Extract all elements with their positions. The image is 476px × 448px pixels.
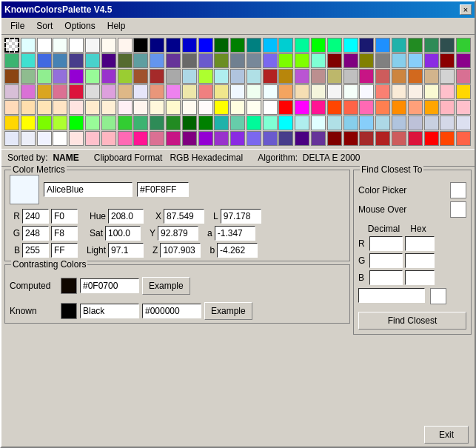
color-cell[interactable] <box>133 38 148 53</box>
color-cell[interactable] <box>295 116 309 130</box>
color-cell[interactable] <box>359 38 374 53</box>
color-cell[interactable] <box>182 53 197 68</box>
color-cell[interactable] <box>408 38 423 53</box>
color-cell[interactable] <box>263 84 278 99</box>
color-cell[interactable] <box>343 84 358 99</box>
color-cell[interactable] <box>263 116 278 130</box>
color-cell[interactable] <box>133 53 148 68</box>
color-cell[interactable] <box>37 53 52 68</box>
color-cell[interactable] <box>263 131 278 146</box>
color-cell[interactable] <box>69 69 84 84</box>
color-cell[interactable] <box>101 38 116 53</box>
color-cell[interactable] <box>343 116 358 130</box>
r-dec-input[interactable] <box>22 209 49 224</box>
color-cell[interactable] <box>53 38 67 53</box>
b-val-input[interactable] <box>217 243 258 258</box>
color-cell[interactable] <box>182 100 197 115</box>
color-cell[interactable] <box>278 84 293 99</box>
light-input[interactable] <box>108 243 144 258</box>
color-cell[interactable] <box>21 84 36 99</box>
color-cell[interactable] <box>247 84 261 99</box>
color-cell[interactable] <box>295 38 309 53</box>
color-cell[interactable] <box>230 53 245 68</box>
color-cell[interactable] <box>4 84 19 99</box>
color-cell[interactable] <box>150 131 164 146</box>
color-cell[interactable] <box>424 38 439 53</box>
color-cell[interactable] <box>182 84 197 99</box>
color-cell[interactable] <box>408 69 423 84</box>
color-cell[interactable] <box>69 100 84 115</box>
color-cell[interactable] <box>118 116 133 130</box>
color-cell[interactable] <box>150 38 164 53</box>
color-cell[interactable] <box>69 38 84 53</box>
color-cell[interactable] <box>198 100 213 115</box>
color-cell[interactable] <box>230 69 245 84</box>
color-cell[interactable] <box>278 38 293 53</box>
color-cell[interactable] <box>166 38 181 53</box>
color-cell[interactable] <box>198 131 213 146</box>
color-cell[interactable] <box>150 84 164 99</box>
color-cell[interactable] <box>247 100 261 115</box>
color-cell[interactable] <box>230 38 245 53</box>
color-cell[interactable] <box>21 131 36 146</box>
color-cell[interactable] <box>424 84 439 99</box>
fc-r-dec-input[interactable] <box>369 236 403 251</box>
color-cell[interactable] <box>230 131 245 146</box>
color-cell[interactable] <box>4 100 19 115</box>
color-cell[interactable] <box>375 84 390 99</box>
color-cell[interactable] <box>456 84 471 99</box>
color-cell[interactable] <box>21 116 36 130</box>
color-cell[interactable] <box>150 116 164 130</box>
fc-r-hex-input[interactable] <box>405 236 435 251</box>
r-hex-input[interactable] <box>51 209 78 224</box>
color-cell[interactable] <box>278 100 293 115</box>
color-cell[interactable] <box>182 116 197 130</box>
computed-hex-input[interactable] <box>80 278 139 293</box>
color-cell[interactable] <box>392 53 406 68</box>
color-cell[interactable] <box>133 69 148 84</box>
color-cell[interactable] <box>295 69 309 84</box>
color-cell[interactable] <box>214 84 229 99</box>
color-cell[interactable] <box>230 100 245 115</box>
color-cell[interactable] <box>101 116 116 130</box>
color-cell[interactable] <box>408 84 423 99</box>
color-cell[interactable] <box>327 38 342 53</box>
color-cell[interactable] <box>53 116 67 130</box>
color-cell[interactable] <box>166 116 181 130</box>
color-cell[interactable] <box>230 116 245 130</box>
color-cell[interactable] <box>118 100 133 115</box>
color-cell[interactable] <box>118 38 133 53</box>
color-cell[interactable] <box>85 116 100 130</box>
color-cell[interactable] <box>166 100 181 115</box>
color-cell[interactable] <box>37 38 52 53</box>
color-cell[interactable] <box>263 53 278 68</box>
computed-example-btn[interactable]: Example <box>142 277 190 295</box>
known-example-btn[interactable]: Example <box>204 302 252 320</box>
color-cell[interactable] <box>247 38 261 53</box>
color-cell[interactable] <box>327 53 342 68</box>
color-cell[interactable] <box>408 100 423 115</box>
color-cell[interactable] <box>21 53 36 68</box>
color-cell[interactable] <box>392 38 406 53</box>
color-cell[interactable] <box>440 69 455 84</box>
color-cell[interactable] <box>53 131 67 146</box>
color-cell[interactable] <box>4 53 19 68</box>
b-hex-input[interactable] <box>51 243 78 258</box>
g-hex-input[interactable] <box>51 226 78 241</box>
color-cell[interactable] <box>408 116 423 130</box>
color-cell[interactable] <box>359 84 374 99</box>
color-cell[interactable] <box>214 131 229 146</box>
color-cell[interactable] <box>101 69 116 84</box>
color-cell[interactable] <box>456 116 471 130</box>
color-cell[interactable] <box>392 131 406 146</box>
color-cell[interactable] <box>408 53 423 68</box>
color-cell[interactable] <box>392 100 406 115</box>
color-cell[interactable] <box>21 100 36 115</box>
color-cell[interactable] <box>424 131 439 146</box>
color-cell[interactable] <box>85 69 100 84</box>
color-cell[interactable] <box>456 38 471 53</box>
color-cell[interactable] <box>343 53 358 68</box>
color-cell[interactable] <box>166 69 181 84</box>
color-cell[interactable] <box>327 84 342 99</box>
color-cell[interactable] <box>311 116 326 130</box>
